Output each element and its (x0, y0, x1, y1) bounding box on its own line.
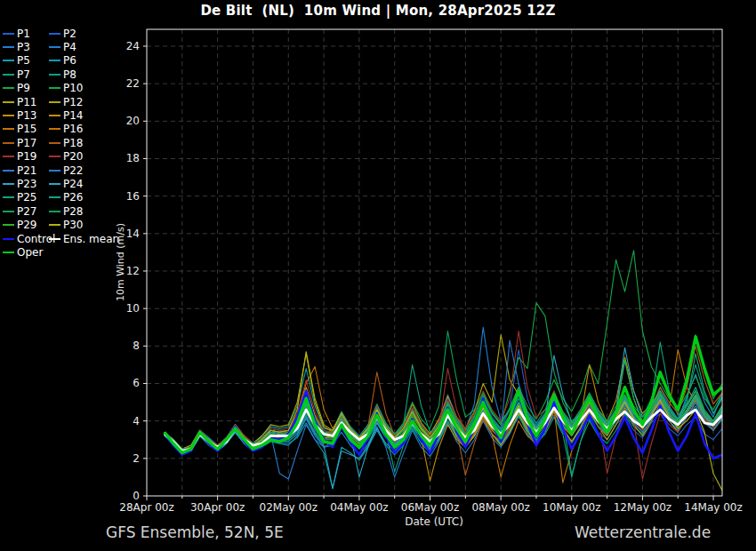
y-tick-label: 10 (126, 302, 140, 315)
series-lines (165, 251, 722, 491)
y-tick-label: 22 (126, 77, 140, 90)
x-tick-label: 30Apr 00z (190, 501, 245, 514)
y-tick-label: 2 (133, 452, 140, 465)
x-tick-label: 06May 00z (401, 501, 459, 514)
y-tick-label: 18 (126, 152, 140, 164)
footer-model-info: GFS Ensemble, 52N, 5E (106, 523, 284, 541)
plot-area: 28Apr 00z30Apr 00z02May 00z04May 00z06Ma… (0, 0, 756, 551)
x-tick-label: 08May 00z (471, 501, 529, 514)
x-tick-label: 12May 00z (614, 501, 672, 514)
x-tick-labels: 28Apr 00z30Apr 00z02May 00z04May 00z06Ma… (119, 501, 742, 514)
x-tick-label: 10May 00z (543, 501, 600, 514)
ensemble-chart-page: De Bilt (NL) 10m Wind | Mon, 28Apr2025 1… (0, 0, 756, 551)
series-p10 (165, 303, 722, 451)
y-tick-label: 24 (126, 40, 140, 52)
y-tick-label: 20 (126, 115, 140, 127)
y-tick-labels: 024681012141618202224 (126, 40, 140, 502)
x-tick-label: 04May 00z (330, 501, 388, 514)
y-tick-label: 4 (133, 415, 140, 427)
y-tick-label: 8 (133, 339, 140, 352)
series-p27 (165, 335, 722, 451)
x-axis-label: Date (UTC) (363, 515, 505, 528)
y-tick-label: 16 (126, 190, 140, 203)
x-tick-label: 28Apr 00z (119, 501, 173, 514)
y-tick-label: 12 (126, 265, 140, 277)
footer-watermark: Wetterzentrale.de (575, 523, 711, 541)
y-tick-label: 0 (133, 490, 140, 502)
series-p12 (165, 335, 722, 451)
x-tick-label: 14May 00z (684, 501, 742, 514)
y-tick-label: 14 (126, 228, 140, 240)
x-tick-label: 02May 00z (260, 501, 318, 514)
y-tick-label: 6 (133, 377, 140, 389)
